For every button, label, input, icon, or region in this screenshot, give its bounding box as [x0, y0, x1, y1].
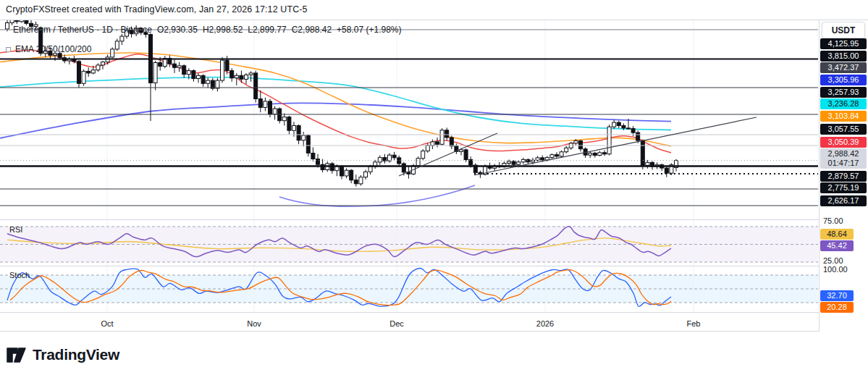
- price-scale-label: 2,879.57: [820, 171, 867, 182]
- price-scale-label: 3,236.28: [820, 98, 867, 109]
- price-scale-label: 2,626.17: [820, 195, 867, 206]
- stoch-scale-upper: 100.00: [823, 265, 848, 274]
- price-scale-label: 3,050.39: [820, 137, 867, 148]
- tradingview-logo-icon: [6, 345, 26, 365]
- current-price-countdown-label: 2,988.4201:47:17: [820, 148, 867, 169]
- price-scale-label: 3,305.96: [820, 75, 867, 85]
- ohlc-low: L2,899.77: [248, 25, 286, 35]
- change-value: +58.07 (+1.98%): [337, 25, 401, 35]
- rsi-value-badge: 45.42: [820, 240, 854, 251]
- price-scale-label: 3,057.55: [820, 124, 867, 135]
- price-scale-label: 3,103.84: [820, 111, 867, 122]
- currency-toggle-button[interactable]: USDT: [822, 22, 865, 38]
- chart-canvas[interactable]: [0, 0, 868, 375]
- symbol-legend[interactable]: Ethereum / TetherUS · 1D · BinanceO2,930…: [13, 25, 407, 35]
- current-price: 2,988.42: [820, 149, 867, 159]
- ascending-trendline[interactable]: [399, 133, 497, 176]
- time-axis-label: Feb: [687, 319, 701, 328]
- ema-indicator-legend[interactable]: EMA 20/50/100/200: [6, 44, 91, 54]
- indicator-bullet-icon: [6, 47, 11, 52]
- time-axis-label: Nov: [247, 319, 261, 328]
- ema-indicator-label: EMA 20/50/100/200: [15, 44, 91, 54]
- tradingview-chart-window: CryptoFXStreet created with TradingView.…: [0, 0, 868, 375]
- rsi-scale-upper: 75.00: [823, 216, 843, 225]
- price-scale-label: 4,125.95: [820, 38, 867, 49]
- rsi-pane-title[interactable]: RSI: [9, 225, 22, 234]
- stoch-pane-title[interactable]: Stoch: [9, 271, 30, 279]
- tradingview-footer-logo[interactable]: TradingView: [6, 345, 119, 365]
- stoch-d-value-badge: 20.28: [820, 302, 854, 313]
- watermark-attribution: CryptoFXStreet created with TradingView.…: [6, 4, 308, 14]
- price-scale-label: 3,815.00: [820, 51, 867, 62]
- stoch-k-value-badge: 32.70: [820, 290, 854, 301]
- time-axis-label: 2026: [536, 319, 554, 328]
- ohlc-close: C2,988.42: [292, 25, 332, 35]
- ohlc-open: O2,930.35: [157, 25, 198, 35]
- tradingview-brand-text: TradingView: [33, 346, 119, 363]
- rsi-ma-value-badge: 48.64: [820, 229, 854, 240]
- price-scale-label: 3,472.37: [820, 62, 867, 73]
- rsi-scale-lower: 25.00: [823, 256, 843, 265]
- time-axis-label: Dec: [389, 319, 404, 328]
- price-scale-label: 3,257.93: [820, 87, 867, 98]
- ema50-line[interactable]: [0, 53, 671, 146]
- time-axis-label: Oct: [101, 319, 113, 328]
- rounding-bottom-arc[interactable]: [279, 185, 475, 206]
- main-price-pane[interactable]: [0, 12, 818, 206]
- symbol-title[interactable]: Ethereum / TetherUS · 1D · Binance: [13, 25, 152, 35]
- price-scale-label: 2,775.19: [820, 182, 867, 193]
- ohlc-high: H2,998.52: [203, 25, 243, 35]
- bar-countdown: 01:47:17: [820, 159, 867, 168]
- ema200-line[interactable]: [0, 103, 671, 138]
